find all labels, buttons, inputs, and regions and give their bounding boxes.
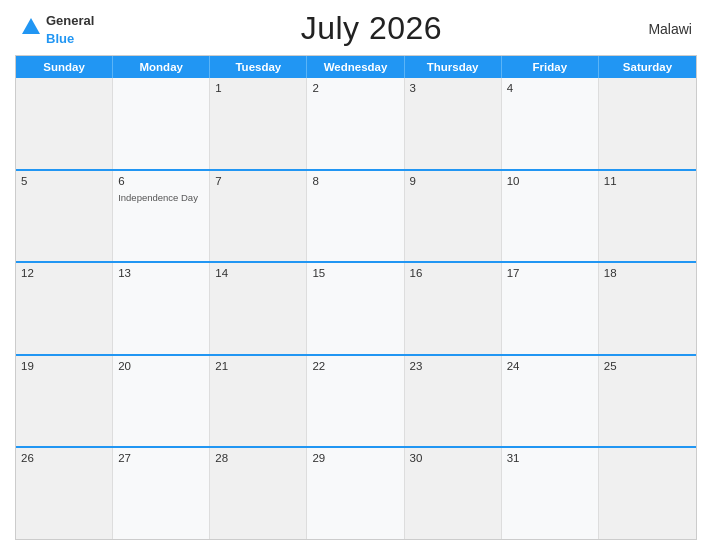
header-friday: Friday xyxy=(502,56,599,78)
calendar-title: July 2026 xyxy=(301,10,442,47)
header-tuesday: Tuesday xyxy=(210,56,307,78)
day-2: 2 xyxy=(307,78,404,169)
week-2: 5 6 Independence Day 7 8 9 10 11 xyxy=(16,169,696,262)
day-7: 7 xyxy=(210,171,307,262)
day-empty xyxy=(599,448,696,539)
day-16: 16 xyxy=(405,263,502,354)
day-25: 25 xyxy=(599,356,696,447)
day-28: 28 xyxy=(210,448,307,539)
day-29: 29 xyxy=(307,448,404,539)
logo-text: General Blue xyxy=(46,11,94,47)
calendar: Sunday Monday Tuesday Wednesday Thursday… xyxy=(15,55,697,540)
week-5: 26 27 28 29 30 31 xyxy=(16,446,696,539)
day-9: 9 xyxy=(405,171,502,262)
week-3: 12 13 14 15 16 17 18 xyxy=(16,261,696,354)
day-empty xyxy=(113,78,210,169)
day-1: 1 xyxy=(210,78,307,169)
day-24: 24 xyxy=(502,356,599,447)
day-30: 30 xyxy=(405,448,502,539)
day-19: 19 xyxy=(16,356,113,447)
calendar-body: 1 2 3 4 5 6 Independence Day 7 8 9 10 11 xyxy=(16,78,696,539)
week-4: 19 20 21 22 23 24 25 xyxy=(16,354,696,447)
header-monday: Monday xyxy=(113,56,210,78)
day-5: 5 xyxy=(16,171,113,262)
day-20: 20 xyxy=(113,356,210,447)
day-18: 18 xyxy=(599,263,696,354)
header-sunday: Sunday xyxy=(16,56,113,78)
week-1: 1 2 3 4 xyxy=(16,78,696,169)
day-26: 26 xyxy=(16,448,113,539)
header-thursday: Thursday xyxy=(405,56,502,78)
header-wednesday: Wednesday xyxy=(307,56,404,78)
day-17: 17 xyxy=(502,263,599,354)
header-saturday: Saturday xyxy=(599,56,696,78)
day-empty xyxy=(599,78,696,169)
day-3: 3 xyxy=(405,78,502,169)
logo-general: General xyxy=(46,11,94,29)
day-empty xyxy=(16,78,113,169)
calendar-header: Sunday Monday Tuesday Wednesday Thursday… xyxy=(16,56,696,78)
day-4: 4 xyxy=(502,78,599,169)
day-11: 11 xyxy=(599,171,696,262)
country-name: Malawi xyxy=(648,21,692,37)
day-8: 8 xyxy=(307,171,404,262)
day-27: 27 xyxy=(113,448,210,539)
logo: General Blue xyxy=(20,11,94,47)
logo-blue: Blue xyxy=(46,29,94,47)
day-13: 13 xyxy=(113,263,210,354)
header: General Blue July 2026 Malawi xyxy=(15,10,697,47)
day-6: 6 Independence Day xyxy=(113,171,210,262)
day-12: 12 xyxy=(16,263,113,354)
calendar-page: General Blue July 2026 Malawi Sunday Mon… xyxy=(0,0,712,550)
day-22: 22 xyxy=(307,356,404,447)
logo-icon xyxy=(20,16,42,42)
day-31: 31 xyxy=(502,448,599,539)
svg-marker-0 xyxy=(22,18,40,34)
day-23: 23 xyxy=(405,356,502,447)
day-14: 14 xyxy=(210,263,307,354)
day-10: 10 xyxy=(502,171,599,262)
day-15: 15 xyxy=(307,263,404,354)
day-21: 21 xyxy=(210,356,307,447)
